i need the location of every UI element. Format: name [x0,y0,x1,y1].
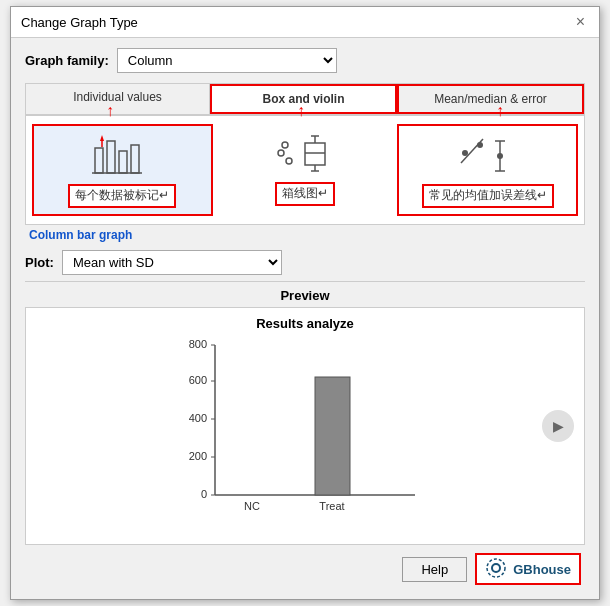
graph-family-select[interactable]: Column Bar Scatter Line Area [117,48,337,73]
svg-text:NC: NC [244,500,260,512]
svg-rect-10 [305,143,325,165]
preview-section: Preview Results analyze 0 [25,288,585,545]
title-bar: Change Graph Type × [11,7,599,38]
svg-point-21 [497,153,503,159]
svg-point-16 [462,150,468,156]
tab-individual-values[interactable]: Individual values [26,84,210,114]
graph-option-individual[interactable]: ↑ 每个数据被标记↵ [32,124,213,216]
preview-label: Preview [25,288,585,303]
icon-individual [87,130,157,180]
column-bar-label: Column bar graph [27,227,585,242]
svg-rect-36 [315,377,350,495]
arrow-mean: ↑ [496,102,504,120]
chart-wrapper: Results analyze 0 200 [145,316,465,536]
svg-rect-1 [107,141,115,173]
plot-label: Plot: [25,255,54,270]
caption-mean: 常见的均值加误差线↵ [422,184,554,208]
svg-text:0: 0 [201,488,207,500]
mean-chart-svg [455,133,520,178]
dialog-title: Change Graph Type [21,15,138,30]
chart-title: Results analyze [145,316,465,331]
svg-point-9 [286,158,292,164]
caption-box: 箱线图↵ [275,182,335,206]
plot-select[interactable]: Mean with SD Mean with SEM Median with I… [62,250,282,275]
icon-mean [453,130,523,180]
preview-chart-area: Results analyze 0 200 [25,307,585,545]
box-chart-svg [273,131,338,176]
svg-text:200: 200 [189,450,207,462]
play-button[interactable]: ▶ [542,410,574,442]
svg-point-39 [492,564,500,572]
svg-point-8 [282,142,288,148]
logo-button[interactable]: GBhouse [475,553,581,585]
arrow-box: ↑ [297,102,305,120]
footer-row: Help GBhouse [25,545,585,589]
divider [25,281,585,282]
svg-point-7 [278,150,284,156]
caption-individual: 每个数据被标记↵ [68,184,176,208]
plot-row: Plot: Mean with SD Mean with SEM Median … [25,250,585,275]
change-graph-type-dialog: Change Graph Type × Graph family: Column… [10,6,600,600]
svg-text:Treat: Treat [319,500,344,512]
svg-rect-0 [95,148,103,173]
dialog-body: Graph family: Column Bar Scatter Line Ar… [11,38,599,599]
close-button[interactable]: × [572,13,589,31]
graph-family-label: Graph family: [25,53,109,68]
preview-chart: 0 200 400 600 800 [165,335,445,525]
icon-box [270,128,340,178]
graph-option-box[interactable]: ↑ [217,124,394,216]
logo-text: GBhouse [513,562,571,577]
svg-rect-3 [131,145,139,173]
svg-point-40 [487,559,505,577]
svg-text:600: 600 [189,374,207,386]
individual-chart-svg [90,133,155,178]
tab-mean-median[interactable]: Mean/median & error [397,84,584,114]
logo-icon [485,557,509,581]
svg-marker-6 [100,135,104,141]
svg-text:400: 400 [189,412,207,424]
graph-options-area: ↑ 每个数据被标记↵ [25,115,585,225]
help-button[interactable]: Help [402,557,467,582]
arrow-individual: ↑ [106,102,114,120]
svg-rect-2 [119,151,127,173]
graph-family-row: Graph family: Column Bar Scatter Line Ar… [25,48,585,73]
graph-option-mean[interactable]: ↑ 常见的均值加误差线 [397,124,578,216]
svg-text:800: 800 [189,338,207,350]
